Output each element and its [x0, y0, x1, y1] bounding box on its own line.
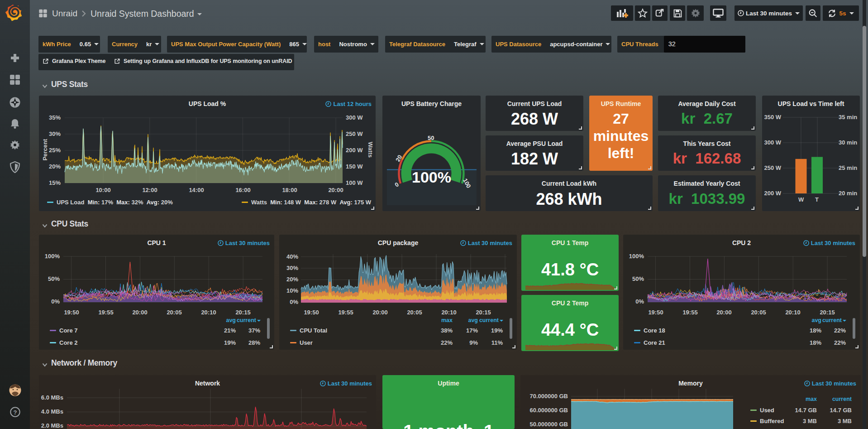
svg-text:?: ?: [14, 409, 17, 416]
